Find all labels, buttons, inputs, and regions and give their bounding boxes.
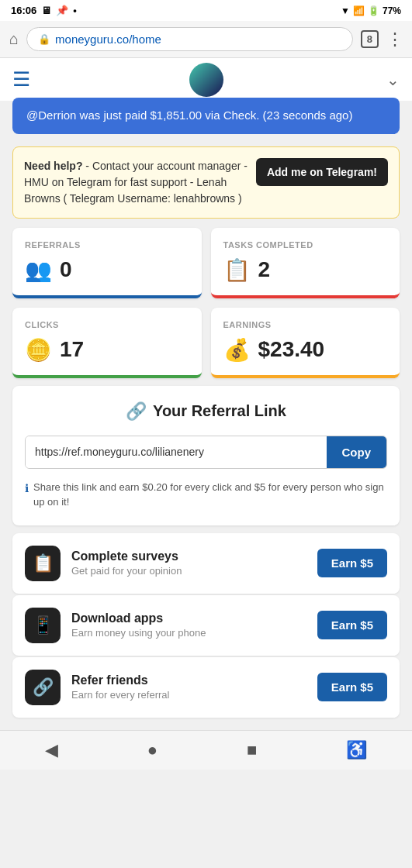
referral-title: Your Referral Link — [153, 402, 286, 420]
stats-grid: REFERRALS 👥 0 TASKS COMPLETED 📋 2 CLICKS… — [12, 228, 400, 378]
apps-subtitle: Earn money using your phone — [71, 627, 306, 639]
refer-icon: 🔗 — [25, 670, 61, 705]
surveys-icon: 📋 — [25, 546, 61, 581]
copy-button[interactable]: Copy — [327, 436, 387, 468]
earnings-card: EARNINGS 💰 $23.40 — [211, 308, 400, 378]
signal-icon: 📶 — [353, 5, 365, 16]
apps-title: Download apps — [71, 611, 306, 625]
referral-link-row: Copy — [25, 436, 387, 469]
referrals-label: REFERRALS — [25, 240, 189, 250]
tasks-section: 📋 Complete surveys Get paid for your opi… — [12, 533, 400, 718]
site-header: ☰ ⌄ — [0, 58, 412, 101]
browser-menu-icon[interactable]: ⋮ — [386, 29, 403, 50]
logo — [189, 63, 223, 97]
info-icon: ℹ — [25, 480, 29, 497]
task-item-apps: 📱 Download apps Earn money using your ph… — [12, 595, 400, 656]
bottom-nav: ◀ ● ■ ♿ — [0, 730, 412, 770]
home-icon[interactable]: ⌂ — [9, 30, 19, 48]
clicks-icon: 🪙 — [25, 337, 52, 363]
tasks-completed-value: 2 — [258, 257, 271, 282]
time: 16:06 — [11, 5, 36, 16]
referral-note: ℹ Share this link and earn $0.20 for eve… — [25, 480, 387, 510]
referral-link-input[interactable] — [26, 436, 327, 468]
refer-earn-button[interactable]: Earn $5 — [317, 673, 387, 701]
surveys-info: Complete surveys Get paid for your opini… — [71, 549, 306, 577]
clicks-label: CLICKS — [25, 320, 189, 329]
task-item-refer: 🔗 Refer friends Earn for every referral … — [12, 657, 400, 718]
clicks-value: 17 — [60, 337, 84, 362]
people-icon: 👥 — [25, 257, 52, 283]
lock-icon: 🔒 — [38, 33, 50, 45]
tasks-completed-label: TASKS COMPLETED — [223, 240, 388, 250]
help-banner: Need help? - Contact your account manage… — [12, 146, 400, 219]
apps-earn-button[interactable]: Earn $5 — [317, 611, 387, 639]
earnings-label: EARNINGS — [223, 320, 388, 329]
referral-note-text: Share this link and earn $0.20 for every… — [33, 480, 387, 510]
status-bar: 16:06 🖥 📌 • ▼ 📶 🔋 77% — [0, 0, 412, 21]
pinterest-icon: 📌 — [56, 5, 68, 16]
battery-icon: 🔋 — [368, 5, 379, 16]
referral-section: 🔗 Your Referral Link Copy ℹ Share this l… — [12, 386, 400, 525]
help-text: Need help? - Contact your account manage… — [24, 158, 248, 207]
dot-indicator: • — [73, 5, 77, 16]
telegram-button[interactable]: Add me on Telegram! — [256, 158, 388, 186]
url-text: moneyguru.co/home — [55, 33, 161, 46]
surveys-subtitle: Get paid for your opinion — [71, 565, 306, 577]
wifi-icon: ▼ — [341, 5, 350, 16]
home-button[interactable]: ● — [147, 740, 158, 760]
earnings-value: $23.40 — [258, 337, 325, 362]
browser-bar: ⌂ 🔒 moneyguru.co/home 8 ⋮ — [0, 21, 412, 58]
tasks-icon: 📋 — [223, 257, 251, 283]
clicks-card: CLICKS 🪙 17 — [12, 308, 202, 378]
refer-title: Refer friends — [71, 673, 306, 687]
refer-subtitle: Earn for every referral — [71, 689, 306, 701]
notification-text: @Derrion was just paid $1,851.00 via Che… — [26, 108, 352, 122]
referrals-value: 0 — [60, 257, 72, 282]
notification-icon: 🖥 — [41, 5, 51, 16]
chevron-down-icon[interactable]: ⌄ — [386, 71, 400, 89]
apps-info: Download apps Earn money using your phon… — [71, 611, 306, 639]
referrals-card: REFERRALS 👥 0 — [12, 228, 202, 298]
refer-info: Refer friends Earn for every referral — [71, 673, 306, 701]
task-item-surveys: 📋 Complete surveys Get paid for your opi… — [12, 533, 400, 594]
recents-button[interactable]: ■ — [247, 740, 257, 760]
link-icon: 🔗 — [126, 401, 147, 422]
apps-icon: 📱 — [25, 608, 61, 643]
notification-banner: @Derrion was just paid $1,851.00 via Che… — [12, 98, 400, 134]
surveys-title: Complete surveys — [71, 549, 306, 563]
back-button[interactable]: ◀ — [45, 740, 58, 760]
tab-count[interactable]: 8 — [361, 30, 379, 48]
tasks-completed-card: TASKS COMPLETED 📋 2 — [211, 228, 400, 298]
hamburger-icon[interactable]: ☰ — [12, 67, 30, 91]
surveys-earn-button[interactable]: Earn $5 — [317, 549, 387, 577]
earnings-icon: 💰 — [223, 337, 251, 363]
accessibility-button[interactable]: ♿ — [346, 740, 367, 760]
battery-percent: 77% — [383, 5, 401, 16]
address-bar[interactable]: 🔒 moneyguru.co/home — [26, 27, 353, 51]
